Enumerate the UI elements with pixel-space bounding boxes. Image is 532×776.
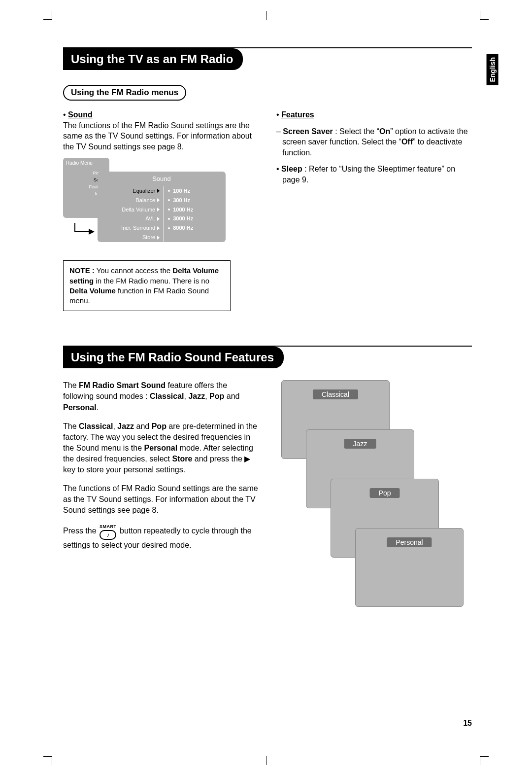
osd-right-item: 300 Hz [164, 196, 226, 205]
screen-saver-item: – Screen Saver : Select the “On” option … [276, 126, 472, 158]
p2: The Classical, Jazz and Pop are pre-dete… [63, 421, 259, 475]
mode-label: Classical [313, 389, 358, 399]
column-right: • Features – Screen Saver : Select the “… [276, 109, 472, 311]
crop-mark [480, 11, 489, 20]
mode-label: Pop [370, 488, 400, 498]
crop-mark [480, 756, 489, 765]
mode-card: Personal [355, 528, 464, 607]
section-title: Using the TV as an FM Radio [63, 48, 243, 70]
section-header: Using the FM Radio Sound Features [63, 346, 472, 368]
osd-front-title: Sound [98, 172, 226, 186]
feature-lead: Screen Saver [283, 127, 332, 136]
section2-text: The FM Radio Smart Sound feature offers … [63, 380, 259, 612]
sound-mode-stack: Classical Jazz Pop Personal [276, 380, 472, 612]
osd-front-menu: Sound Equalizer Balance Delta Voliume AV… [98, 172, 226, 242]
crop-mark [43, 756, 52, 765]
p4: Press the SMART ♪ button repeatedly to c… [63, 524, 259, 550]
language-tab: English [487, 54, 499, 85]
osd-left-item: Delta Voliume [98, 205, 164, 214]
crop-mark [266, 756, 266, 765]
sound-text: The functions of the FM Radio Sound sett… [63, 121, 252, 151]
osd-left-item: Balance [98, 196, 164, 205]
note-lead: NOTE : [69, 266, 95, 275]
osd-left-item: Store [98, 233, 164, 242]
mode-label: Personal [387, 537, 432, 547]
osd-right-item: 8000 Hz [164, 223, 226, 233]
feature-text: : Select the “ [333, 127, 379, 136]
mode-label: Jazz [344, 439, 376, 449]
note-box: NOTE : You cannot access the Delta Volum… [63, 260, 231, 311]
osd-back-title: Radio Menu [66, 160, 106, 167]
sound-label: Sound [68, 110, 93, 119]
note-bold: Delta Volume [69, 286, 116, 295]
p1: The FM Radio Smart Sound feature offers … [63, 380, 259, 413]
osd-right-item: 3000 Hz [164, 214, 226, 223]
crop-mark [266, 11, 266, 20]
sleep-item: • Sleep : Refer to “Using the Sleeptimer… [276, 164, 472, 185]
subsection-title: Using the FM Radio menus [63, 85, 186, 101]
feature-bold: Off [401, 138, 413, 146]
osd-illustration: Radio Menu Picture Sound Features Instal… [63, 158, 231, 251]
crop-mark [43, 11, 52, 20]
section-title: Using the FM Radio Sound Features [63, 347, 284, 368]
feature-text: : Refer to “Using the Sleeptimer feature… [282, 165, 455, 184]
section-header: Using the TV as an FM Radio [63, 47, 472, 70]
feature-bold: On [379, 127, 390, 136]
note-text: in the FM Radio menu. There is no [94, 277, 209, 285]
sound-block: • Sound The functions of the FM Radio So… [63, 109, 259, 152]
osd-left-item: AVL [98, 214, 164, 223]
note-text: You cannot access the [95, 266, 172, 275]
osd-left-item: Incr. Surround [98, 223, 164, 233]
osd-right-item: 1000 Hz [164, 205, 226, 214]
page-number: 15 [463, 719, 472, 728]
smart-button-icon: SMART ♪ [100, 524, 117, 539]
osd-left-item: Equalizer [98, 186, 164, 196]
arrow-icon [74, 222, 96, 237]
osd-right-item: 100 Hz [164, 186, 226, 196]
p3: The functions of FM Radio Sound settings… [63, 483, 259, 516]
column-left: • Sound The functions of the FM Radio So… [63, 109, 259, 311]
feature-lead: Sleep [281, 165, 302, 173]
music-note-icon: ♪ [106, 530, 110, 539]
features-block: • Features [276, 109, 472, 120]
features-label: Features [281, 110, 314, 119]
